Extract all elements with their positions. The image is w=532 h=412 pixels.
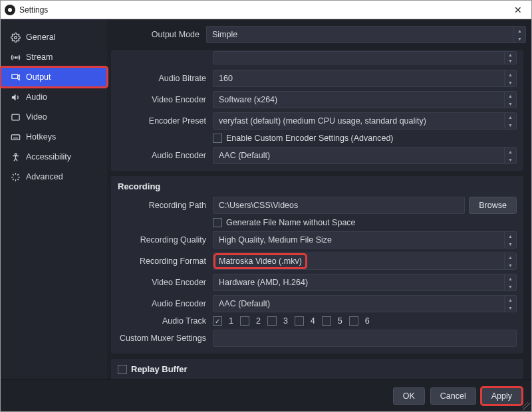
audio-track-2-checkbox[interactable] bbox=[240, 316, 249, 326]
audio-bitrate-label: Audio Bitrate bbox=[118, 74, 207, 83]
tools-icon bbox=[10, 171, 21, 182]
sidebar-item-output[interactable]: Output bbox=[1, 67, 107, 87]
window-title: Settings bbox=[19, 5, 48, 15]
audio-track-4-checkbox[interactable] bbox=[295, 316, 304, 326]
output-mode-select[interactable]: Simple ▲▼ bbox=[206, 26, 526, 43]
svg-point-5 bbox=[15, 153, 17, 155]
output-mode-label: Output Mode bbox=[111, 30, 201, 39]
spinner-icon: ▲▼ bbox=[513, 27, 525, 43]
replay-buffer-checkbox[interactable] bbox=[118, 365, 127, 374]
apply-button[interactable]: Apply bbox=[481, 387, 522, 405]
replay-buffer-panel: Replay Buffer bbox=[111, 359, 523, 379]
svg-point-0 bbox=[14, 36, 17, 39]
svg-rect-3 bbox=[11, 114, 19, 120]
recording-quality-select[interactable]: High Quality, Medium File Size▲▼ bbox=[213, 231, 517, 249]
sidebar-item-general[interactable]: General bbox=[1, 27, 107, 47]
replay-buffer-title: Replay Buffer bbox=[131, 364, 188, 374]
svg-rect-2 bbox=[11, 74, 17, 78]
sidebar: General Stream Output Audio Video Hotkey… bbox=[1, 19, 107, 379]
audio-track-3-checkbox[interactable] bbox=[267, 316, 277, 326]
rec-video-encoder-label: Video Encoder bbox=[118, 278, 207, 287]
recording-quality-label: Recording Quality bbox=[118, 235, 207, 245]
audio-track-label: Audio Track bbox=[118, 316, 207, 326]
recording-panel: Recording Recording Path C:\Users\CSS\Vi… bbox=[111, 176, 523, 354]
sidebar-item-label: General bbox=[26, 33, 55, 42]
sidebar-item-video[interactable]: Video bbox=[1, 107, 107, 127]
muxer-input[interactable] bbox=[213, 330, 517, 347]
svg-point-1 bbox=[15, 56, 17, 58]
video-encoder-label: Video Encoder bbox=[118, 95, 207, 104]
audio-encoder-select[interactable]: AAC (Default)▲▼ bbox=[213, 147, 517, 164]
close-icon[interactable]: ✕ bbox=[509, 5, 527, 15]
browse-button[interactable]: Browse bbox=[469, 197, 517, 214]
gen-no-space-label: Generate File Name without Space bbox=[226, 218, 356, 227]
accessibility-icon bbox=[10, 152, 21, 162]
audio-encoder-label: Audio Encoder bbox=[118, 151, 207, 160]
gear-icon bbox=[10, 32, 21, 43]
sidebar-item-label: Advanced bbox=[26, 172, 63, 181]
rec-audio-encoder-label: Audio Encoder bbox=[118, 299, 207, 308]
output-mode-value: Simple bbox=[212, 30, 237, 39]
ok-button[interactable]: OK bbox=[393, 387, 425, 405]
audio-track-6-checkbox[interactable] bbox=[349, 316, 358, 326]
custom-encoder-label: Enable Custom Encoder Settings (Advanced… bbox=[226, 134, 394, 143]
sidebar-item-label: Output bbox=[26, 72, 51, 82]
streaming-panel: ▲▼ Audio Bitrate 160▲▼ Video Encoder Sof… bbox=[111, 50, 523, 171]
recording-path-input[interactable]: C:\Users\CSS\Videos bbox=[213, 197, 465, 214]
settings-scroll[interactable]: ▲▼ Audio Bitrate 160▲▼ Video Encoder Sof… bbox=[111, 50, 526, 379]
audio-track-5-checkbox[interactable] bbox=[322, 316, 331, 326]
muxer-label: Custom Muxer Settings bbox=[118, 334, 207, 343]
broadcast-icon bbox=[10, 52, 21, 62]
sidebar-item-hotkeys[interactable]: Hotkeys bbox=[1, 127, 107, 147]
resize-grip-icon[interactable] bbox=[522, 402, 530, 410]
recording-format-select[interactable]: Matroska Video (.mkv) ▲▼ bbox=[213, 253, 517, 270]
rec-audio-encoder-select[interactable]: AAC (Default)▲▼ bbox=[213, 295, 517, 312]
audio-bitrate-select[interactable]: 160▲▼ bbox=[213, 70, 517, 87]
app-icon bbox=[5, 5, 15, 15]
svg-rect-4 bbox=[11, 134, 20, 140]
video-encoder-select[interactable]: Software (x264)▲▼ bbox=[213, 91, 517, 108]
cancel-button[interactable]: Cancel bbox=[430, 387, 476, 405]
recording-format-label: Recording Format bbox=[118, 257, 207, 266]
sidebar-item-label: Video bbox=[26, 112, 47, 122]
sidebar-item-accessibility[interactable]: Accessibility bbox=[1, 147, 107, 167]
output-icon bbox=[10, 72, 21, 82]
titlebar: Settings ✕ bbox=[1, 1, 531, 19]
encoder-preset-select[interactable]: veryfast (default) (medium CPU usage, st… bbox=[213, 112, 517, 130]
truncated-select[interactable]: ▲▼ bbox=[213, 51, 517, 64]
sidebar-item-label: Hotkeys bbox=[26, 132, 56, 142]
recording-format-value: Matroska Video (.mkv) bbox=[215, 255, 306, 268]
audio-icon bbox=[10, 92, 21, 102]
sidebar-item-label: Audio bbox=[26, 92, 47, 102]
audio-track-1-checkbox[interactable] bbox=[213, 316, 222, 326]
custom-encoder-checkbox[interactable] bbox=[213, 134, 222, 143]
sidebar-item-label: Stream bbox=[26, 52, 53, 62]
gen-no-space-checkbox[interactable] bbox=[213, 218, 222, 227]
rec-video-encoder-select[interactable]: Hardware (AMD, H.264)▲▼ bbox=[213, 274, 517, 291]
sidebar-item-audio[interactable]: Audio bbox=[1, 87, 107, 107]
encoder-preset-label: Encoder Preset bbox=[118, 116, 207, 126]
recording-path-label: Recording Path bbox=[118, 201, 207, 210]
sidebar-item-advanced[interactable]: Advanced bbox=[1, 167, 107, 187]
sidebar-item-stream[interactable]: Stream bbox=[1, 47, 107, 67]
recording-title: Recording bbox=[118, 181, 517, 191]
video-icon bbox=[10, 112, 21, 122]
footer: OK Cancel Apply bbox=[1, 379, 531, 411]
sidebar-item-label: Accessibility bbox=[26, 152, 71, 161]
keyboard-icon bbox=[10, 132, 21, 142]
